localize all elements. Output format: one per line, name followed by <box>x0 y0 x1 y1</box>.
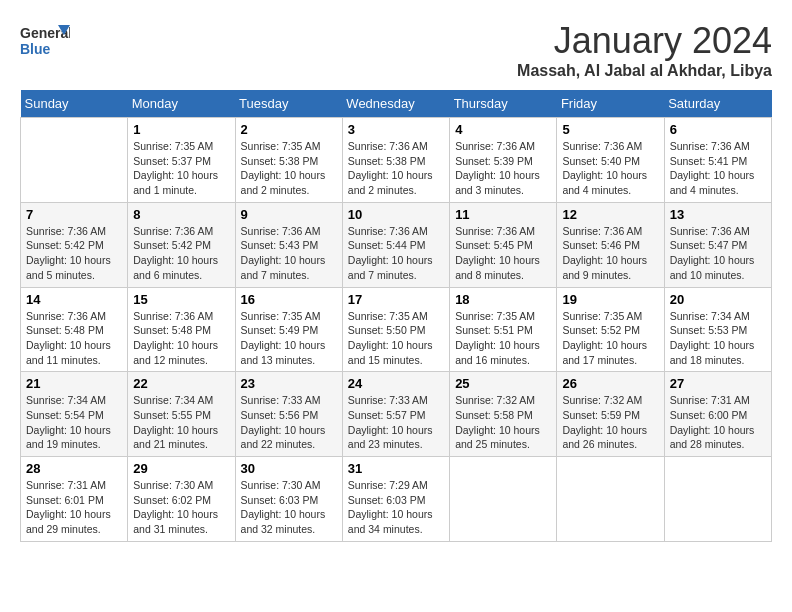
cell-daylight: Daylight: 10 hours and 10 minutes. <box>670 254 755 281</box>
cell-daylight: Daylight: 10 hours and 5 minutes. <box>26 254 111 281</box>
cell-daylight: Daylight: 10 hours and 1 minute. <box>133 169 218 196</box>
cell-daylight: Daylight: 10 hours and 28 minutes. <box>670 424 755 451</box>
cell-sunset: Sunset: 6:02 PM <box>133 494 211 506</box>
day-number: 1 <box>133 122 229 137</box>
day-number: 2 <box>241 122 337 137</box>
day-number: 16 <box>241 292 337 307</box>
cell-sunset: Sunset: 5:47 PM <box>670 239 748 251</box>
cell-sunrise: Sunrise: 7:36 AM <box>26 225 106 237</box>
day-number: 30 <box>241 461 337 476</box>
cell-sunset: Sunset: 6:03 PM <box>241 494 319 506</box>
cell-sunset: Sunset: 5:50 PM <box>348 324 426 336</box>
cell-sunset: Sunset: 6:01 PM <box>26 494 104 506</box>
cell-sunset: Sunset: 5:48 PM <box>26 324 104 336</box>
location: Massah, Al Jabal al Akhdar, Libya <box>517 62 772 80</box>
table-row: 10 Sunrise: 7:36 AM Sunset: 5:44 PM Dayl… <box>342 202 449 287</box>
cell-sunrise: Sunrise: 7:36 AM <box>455 225 535 237</box>
cell-sunset: Sunset: 5:55 PM <box>133 409 211 421</box>
calendar-week-2: 7 Sunrise: 7:36 AM Sunset: 5:42 PM Dayli… <box>21 202 772 287</box>
cell-sunset: Sunset: 5:38 PM <box>241 155 319 167</box>
table-row: 5 Sunrise: 7:36 AM Sunset: 5:40 PM Dayli… <box>557 118 664 203</box>
cell-sunrise: Sunrise: 7:34 AM <box>26 394 106 406</box>
cell-sunrise: Sunrise: 7:33 AM <box>348 394 428 406</box>
day-number: 7 <box>26 207 122 222</box>
table-row <box>557 457 664 542</box>
cell-daylight: Daylight: 10 hours and 6 minutes. <box>133 254 218 281</box>
cell-sunrise: Sunrise: 7:36 AM <box>670 225 750 237</box>
cell-sunset: Sunset: 5:43 PM <box>241 239 319 251</box>
day-number: 22 <box>133 376 229 391</box>
table-row: 13 Sunrise: 7:36 AM Sunset: 5:47 PM Dayl… <box>664 202 771 287</box>
day-number: 8 <box>133 207 229 222</box>
cell-sunset: Sunset: 5:46 PM <box>562 239 640 251</box>
table-row: 18 Sunrise: 7:35 AM Sunset: 5:51 PM Dayl… <box>450 287 557 372</box>
cell-daylight: Daylight: 10 hours and 26 minutes. <box>562 424 647 451</box>
cell-daylight: Daylight: 10 hours and 4 minutes. <box>670 169 755 196</box>
cell-sunrise: Sunrise: 7:35 AM <box>455 310 535 322</box>
table-row <box>664 457 771 542</box>
cell-sunrise: Sunrise: 7:35 AM <box>133 140 213 152</box>
day-number: 15 <box>133 292 229 307</box>
cell-daylight: Daylight: 10 hours and 29 minutes. <box>26 508 111 535</box>
cell-daylight: Daylight: 10 hours and 3 minutes. <box>455 169 540 196</box>
cell-daylight: Daylight: 10 hours and 17 minutes. <box>562 339 647 366</box>
table-row: 28 Sunrise: 7:31 AM Sunset: 6:01 PM Dayl… <box>21 457 128 542</box>
cell-sunset: Sunset: 5:42 PM <box>133 239 211 251</box>
day-number: 29 <box>133 461 229 476</box>
table-row: 19 Sunrise: 7:35 AM Sunset: 5:52 PM Dayl… <box>557 287 664 372</box>
header-sunday: Sunday <box>21 90 128 118</box>
cell-daylight: Daylight: 10 hours and 9 minutes. <box>562 254 647 281</box>
day-number: 28 <box>26 461 122 476</box>
day-number: 26 <box>562 376 658 391</box>
calendar-week-1: 1 Sunrise: 7:35 AM Sunset: 5:37 PM Dayli… <box>21 118 772 203</box>
cell-sunset: Sunset: 5:53 PM <box>670 324 748 336</box>
cell-sunrise: Sunrise: 7:33 AM <box>241 394 321 406</box>
day-number: 10 <box>348 207 444 222</box>
cell-sunset: Sunset: 5:44 PM <box>348 239 426 251</box>
cell-daylight: Daylight: 10 hours and 19 minutes. <box>26 424 111 451</box>
day-number: 27 <box>670 376 766 391</box>
day-number: 6 <box>670 122 766 137</box>
cell-daylight: Daylight: 10 hours and 2 minutes. <box>241 169 326 196</box>
table-row: 26 Sunrise: 7:32 AM Sunset: 5:59 PM Dayl… <box>557 372 664 457</box>
cell-sunset: Sunset: 5:42 PM <box>26 239 104 251</box>
table-row: 12 Sunrise: 7:36 AM Sunset: 5:46 PM Dayl… <box>557 202 664 287</box>
header-thursday: Thursday <box>450 90 557 118</box>
cell-sunrise: Sunrise: 7:31 AM <box>670 394 750 406</box>
day-number: 14 <box>26 292 122 307</box>
table-row: 16 Sunrise: 7:35 AM Sunset: 5:49 PM Dayl… <box>235 287 342 372</box>
cell-sunrise: Sunrise: 7:34 AM <box>133 394 213 406</box>
cell-sunrise: Sunrise: 7:36 AM <box>348 225 428 237</box>
cell-daylight: Daylight: 10 hours and 25 minutes. <box>455 424 540 451</box>
cell-sunset: Sunset: 5:41 PM <box>670 155 748 167</box>
table-row: 7 Sunrise: 7:36 AM Sunset: 5:42 PM Dayli… <box>21 202 128 287</box>
table-row: 4 Sunrise: 7:36 AM Sunset: 5:39 PM Dayli… <box>450 118 557 203</box>
cell-sunset: Sunset: 5:58 PM <box>455 409 533 421</box>
cell-sunset: Sunset: 5:49 PM <box>241 324 319 336</box>
header-wednesday: Wednesday <box>342 90 449 118</box>
cell-daylight: Daylight: 10 hours and 7 minutes. <box>241 254 326 281</box>
table-row: 1 Sunrise: 7:35 AM Sunset: 5:37 PM Dayli… <box>128 118 235 203</box>
header-saturday: Saturday <box>664 90 771 118</box>
calendar-week-3: 14 Sunrise: 7:36 AM Sunset: 5:48 PM Dayl… <box>21 287 772 372</box>
cell-daylight: Daylight: 10 hours and 32 minutes. <box>241 508 326 535</box>
calendar-week-4: 21 Sunrise: 7:34 AM Sunset: 5:54 PM Dayl… <box>21 372 772 457</box>
cell-sunrise: Sunrise: 7:36 AM <box>562 225 642 237</box>
cell-sunrise: Sunrise: 7:36 AM <box>670 140 750 152</box>
table-row: 25 Sunrise: 7:32 AM Sunset: 5:58 PM Dayl… <box>450 372 557 457</box>
table-row: 15 Sunrise: 7:36 AM Sunset: 5:48 PM Dayl… <box>128 287 235 372</box>
header-monday: Monday <box>128 90 235 118</box>
calendar-header-row: Sunday Monday Tuesday Wednesday Thursday… <box>21 90 772 118</box>
day-number: 3 <box>348 122 444 137</box>
table-row <box>21 118 128 203</box>
cell-daylight: Daylight: 10 hours and 16 minutes. <box>455 339 540 366</box>
cell-sunrise: Sunrise: 7:34 AM <box>670 310 750 322</box>
day-number: 19 <box>562 292 658 307</box>
cell-sunrise: Sunrise: 7:29 AM <box>348 479 428 491</box>
table-row: 31 Sunrise: 7:29 AM Sunset: 6:03 PM Dayl… <box>342 457 449 542</box>
cell-sunrise: Sunrise: 7:31 AM <box>26 479 106 491</box>
cell-daylight: Daylight: 10 hours and 13 minutes. <box>241 339 326 366</box>
cell-sunset: Sunset: 5:57 PM <box>348 409 426 421</box>
table-row: 23 Sunrise: 7:33 AM Sunset: 5:56 PM Dayl… <box>235 372 342 457</box>
cell-sunrise: Sunrise: 7:32 AM <box>455 394 535 406</box>
